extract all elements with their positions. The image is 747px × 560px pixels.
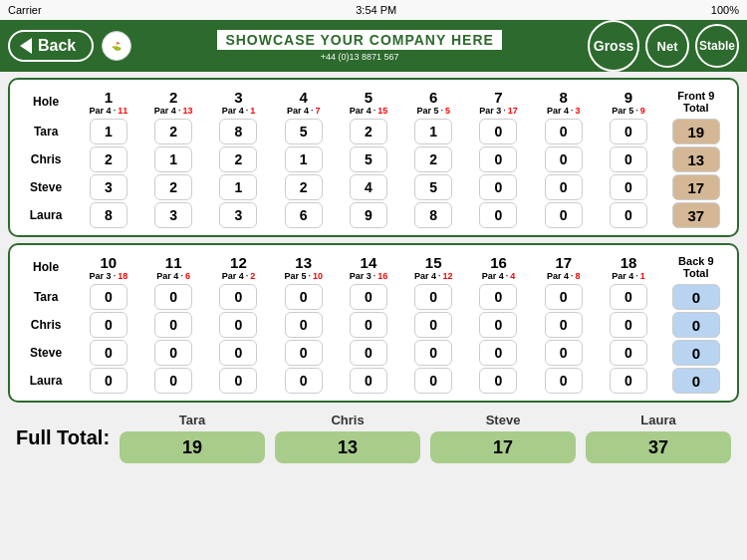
front9-score-p2-h0[interactable]	[76, 173, 140, 201]
back9-score-p0-h4[interactable]	[336, 283, 400, 311]
front9-score-p1-h3[interactable]	[271, 145, 336, 173]
net-button[interactable]: Net	[645, 24, 689, 68]
front9-score-p1-h0[interactable]	[76, 145, 140, 173]
back9-score-p0-h3[interactable]	[271, 283, 336, 311]
back9-score-p1-h2[interactable]	[206, 311, 271, 339]
front9-score-p3-h7[interactable]	[531, 201, 596, 229]
front9-score-p0-h5[interactable]	[401, 118, 466, 145]
back9-score-p1-h6[interactable]	[466, 311, 531, 339]
front9-score-p3-h4[interactable]	[336, 201, 400, 229]
back9-score-p1-h5[interactable]	[401, 311, 466, 339]
back9-score-p2-h6[interactable]	[466, 339, 531, 367]
back9-score-p3-h3[interactable]	[271, 367, 336, 395]
front9-score-p1-h5[interactable]	[401, 145, 466, 173]
back9-score-p1-h4[interactable]	[336, 311, 400, 339]
back-label: Back	[38, 37, 76, 55]
main-content: Hole 1 Par 4 · 11 2 Par 4 · 13 3 Par 4 ·…	[0, 72, 747, 473]
front9-hole-5-header: 5 Par 4 · 15	[336, 86, 400, 118]
back-button[interactable]: Back	[8, 30, 94, 62]
back9-score-p2-h3[interactable]	[271, 339, 336, 367]
front9-score-p0-h4[interactable]	[336, 118, 400, 145]
front9-score-p0-h6[interactable]	[466, 118, 531, 145]
back9-player-name-0: Tara	[16, 283, 76, 311]
back9-score-p2-h8[interactable]	[596, 339, 660, 367]
back9-score-p3-h0[interactable]	[76, 367, 140, 395]
front9-score-p1-h8[interactable]	[596, 145, 660, 173]
front9-score-p0-h8[interactable]	[596, 118, 660, 145]
front9-hole-3-header: 3 Par 4 · 1	[206, 86, 271, 118]
front9-score-p3-h6[interactable]	[466, 201, 531, 229]
front9-player-name-3: Laura	[16, 201, 76, 229]
front9-score-p1-h2[interactable]	[206, 145, 271, 173]
back9-score-p1-h0[interactable]	[76, 311, 140, 339]
back9-hole-label: Hole	[16, 251, 76, 283]
front9-player-row-3: Laura37	[16, 201, 731, 229]
back9-score-p1-h8[interactable]	[596, 311, 660, 339]
front9-score-p2-h5[interactable]	[401, 173, 466, 201]
front9-score-p2-h8[interactable]	[596, 173, 660, 201]
back9-score-p3-h5[interactable]	[401, 367, 466, 395]
back9-score-p2-h5[interactable]	[401, 339, 466, 367]
gross-button[interactable]: Gross	[588, 20, 639, 72]
front9-score-p0-h7[interactable]	[531, 118, 596, 145]
back9-score-p2-h4[interactable]	[336, 339, 400, 367]
front9-score-p1-h6[interactable]	[466, 145, 531, 173]
front9-score-p0-h3[interactable]	[271, 118, 336, 145]
front9-total-p2: 17	[661, 173, 731, 201]
front9-hole-6-header: 6 Par 5 · 5	[401, 86, 466, 118]
back9-score-p3-h8[interactable]	[596, 367, 660, 395]
front9-score-p3-h1[interactable]	[141, 201, 206, 229]
back9-score-p3-h2[interactable]	[206, 367, 271, 395]
front9-score-p2-h1[interactable]	[141, 173, 206, 201]
front9-score-p0-h0[interactable]	[76, 118, 140, 145]
back9-score-p0-h7[interactable]	[531, 283, 596, 311]
back9-score-p0-h6[interactable]	[466, 283, 531, 311]
back9-score-p2-h1[interactable]	[141, 339, 206, 367]
back9-score-p0-h0[interactable]	[76, 283, 140, 311]
front9-score-p2-h7[interactable]	[531, 173, 596, 201]
back9-player-name-1: Chris	[16, 311, 76, 339]
front9-score-p2-h3[interactable]	[271, 173, 336, 201]
front9-score-p1-h7[interactable]	[531, 145, 596, 173]
back9-score-p2-h2[interactable]	[206, 339, 271, 367]
front9-score-p2-h6[interactable]	[466, 173, 531, 201]
front9-score-p2-h4[interactable]	[336, 173, 400, 201]
back9-score-p1-h7[interactable]	[531, 311, 596, 339]
stable-button[interactable]: Stable	[695, 24, 739, 68]
front9-score-p3-h0[interactable]	[76, 201, 140, 229]
front9-player-name-1: Chris	[16, 145, 76, 173]
front9-score-p0-h1[interactable]	[141, 118, 206, 145]
back9-score-p2-h7[interactable]	[531, 339, 596, 367]
front9-hole-4-header: 4 Par 4 · 7	[271, 86, 336, 118]
front9-score-p3-h3[interactable]	[271, 201, 336, 229]
back9-score-p3-h1[interactable]	[141, 367, 206, 395]
full-total-score-3: 37	[586, 431, 731, 463]
full-total-player-2: Steve17	[430, 413, 576, 463]
back9-score-p3-h6[interactable]	[466, 367, 531, 395]
back9-score-p2-h0[interactable]	[76, 339, 140, 367]
full-total-name-0: Tara	[179, 413, 206, 427]
front9-score-p3-h5[interactable]	[401, 201, 466, 229]
time-label: 3:54 PM	[356, 4, 396, 16]
front9-score-p3-h8[interactable]	[596, 201, 660, 229]
back9-score-p1-h3[interactable]	[271, 311, 336, 339]
front9-score-p0-h2[interactable]	[206, 118, 271, 145]
front9-total-header: Front 9Total	[661, 86, 731, 118]
carrier-label: Carrier	[8, 4, 42, 16]
back9-score-p0-h2[interactable]	[206, 283, 271, 311]
back9-score-p0-h1[interactable]	[141, 283, 206, 311]
front9-score-p1-h4[interactable]	[336, 145, 400, 173]
front9-score-p3-h2[interactable]	[206, 201, 271, 229]
back9-hole-14-header: 14 Par 3 · 16	[336, 251, 400, 283]
company-name: SHOWCASE YOUR COMPANY HERE	[217, 30, 501, 50]
back9-score-p3-h4[interactable]	[336, 367, 400, 395]
back9-score-p3-h7[interactable]	[531, 367, 596, 395]
front9-score-p2-h2[interactable]	[206, 173, 271, 201]
back9-score-p0-h5[interactable]	[401, 283, 466, 311]
back9-total-header: Back 9Total	[661, 251, 731, 283]
back9-score-p1-h1[interactable]	[141, 311, 206, 339]
back9-score-p0-h8[interactable]	[596, 283, 660, 311]
header-center: SHOWCASE YOUR COMPANY HERE +44 (0)13 887…	[139, 30, 580, 62]
front9-score-p1-h1[interactable]	[141, 145, 206, 173]
back9-player-row-2: Steve0	[16, 339, 731, 367]
